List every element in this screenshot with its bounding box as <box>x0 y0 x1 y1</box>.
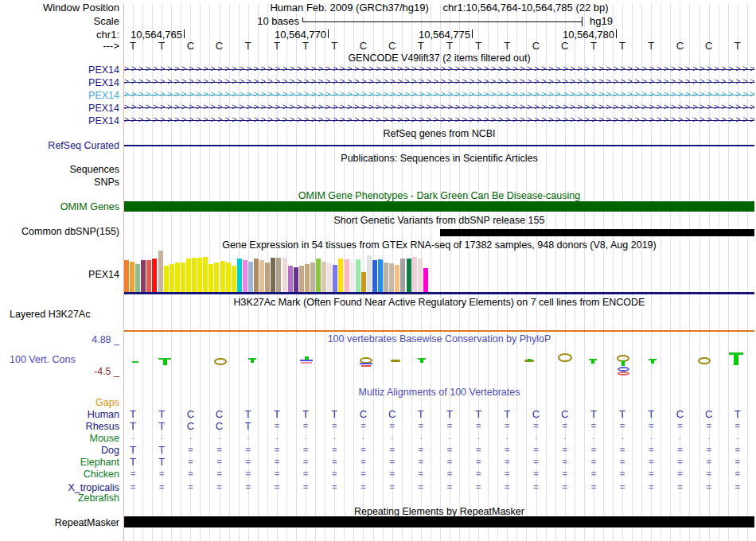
dbsnp-label[interactable]: Common dbSNP(155) <box>0 226 119 237</box>
gtex-tissue-bar[interactable] <box>407 259 411 292</box>
multiz-species-label[interactable]: Chicken <box>0 469 119 480</box>
gtex-tissue-bar[interactable] <box>208 264 213 292</box>
gtex-tissue-bar[interactable] <box>310 263 315 292</box>
gtex-tissue-bar[interactable] <box>135 264 140 292</box>
gtex-tissue-bar[interactable] <box>418 259 423 292</box>
multiz-gaps-label[interactable]: Gaps <box>0 397 119 408</box>
gtex-tissue-bar[interactable] <box>232 266 236 292</box>
gtex-tissue-bar[interactable] <box>192 258 197 292</box>
gtex-tissue-bar[interactable] <box>423 268 428 292</box>
gtex-tissue-bar[interactable] <box>327 263 332 292</box>
gtex-tissue-bar[interactable] <box>271 258 275 292</box>
gtex-tissue-bar[interactable] <box>197 258 202 292</box>
gtex-tissue-bar[interactable] <box>350 262 355 292</box>
gtex-tissue-bar[interactable] <box>372 260 377 292</box>
gtex-tissue-bar[interactable] <box>345 259 349 292</box>
glyph-part <box>420 359 423 363</box>
gtex-tissue-bar[interactable] <box>170 264 174 292</box>
multiz-base-cell: = <box>620 469 625 479</box>
gencode-gene-body[interactable]: >>>>>>>>>>>>>>>>>>>>>>>>>>>>>>>>>>>>>>>>… <box>124 115 754 125</box>
gtex-tissue-bar[interactable] <box>214 263 219 292</box>
gtex-tissue-bar[interactable] <box>305 264 310 292</box>
gtex-tissue-bar[interactable] <box>124 260 129 292</box>
gencode-gene-label[interactable]: PEX14 <box>0 115 119 126</box>
h3k27ac-label[interactable]: Layered H3K27Ac <box>10 309 90 320</box>
gtex-tissue-bar[interactable] <box>220 261 225 292</box>
gtex-tissue-bar[interactable] <box>338 259 343 292</box>
gtex-tissue-bar[interactable] <box>248 262 253 292</box>
multiz-species-label[interactable]: Mouse <box>0 433 119 444</box>
gtex-tissue-bar[interactable] <box>175 263 180 292</box>
gencode-gene-body[interactable]: >>>>>>>>>>>>>>>>>>>>>>>>>>>>>>>>>>>>>>>>… <box>124 103 754 112</box>
multiz-base-cell: T <box>446 409 453 419</box>
gtex-tissue-bar[interactable] <box>158 251 163 292</box>
gtex-tissue-bar[interactable] <box>265 263 270 292</box>
gencode-gene-label[interactable]: PEX14 <box>0 64 119 76</box>
gencode-gene-body[interactable]: >>>>>>>>>>>>>>>>>>>>>>>>>>>>>>>>>>>>>>>>… <box>124 64 754 74</box>
gtex-tissue-bar[interactable] <box>203 257 208 292</box>
repeatmasker-label[interactable]: RepeatMasker <box>0 517 119 528</box>
gtex-tissue-bar[interactable] <box>243 260 247 292</box>
gtex-tissue-bar[interactable] <box>400 259 405 292</box>
glyph-part <box>698 357 711 364</box>
gtex-tissue-bar[interactable] <box>237 259 242 292</box>
gtex-tissue-bar[interactable] <box>395 265 399 292</box>
gtex-tissue-bar[interactable] <box>333 265 337 292</box>
gtex-tissue-bar[interactable] <box>141 260 146 292</box>
phylop-label[interactable]: 100 Vert. Cons <box>10 354 76 365</box>
snps-label[interactable]: SNPs <box>0 177 119 188</box>
multiz-species-label[interactable]: Zebrafish <box>0 492 119 504</box>
glyph-part <box>651 360 654 364</box>
multiz-species-label[interactable]: Dog <box>0 445 119 456</box>
gtex-tissue-bar[interactable] <box>378 259 383 292</box>
repeatmasker-bar[interactable] <box>124 516 754 527</box>
gtex-gene-label[interactable]: PEX14 <box>0 269 119 280</box>
gencode-gene-body[interactable]: >>>>>>>>>>>>>>>>>>>>>>>>>>>>>>>>>>>>>>>>… <box>124 77 754 87</box>
gtex-tissue-bar[interactable] <box>152 259 157 292</box>
multiz-base-cell: C <box>561 409 568 419</box>
gtex-tissue-bar[interactable] <box>226 263 231 292</box>
multiz-base-cell: = <box>533 457 538 467</box>
gtex-tissue-bar[interactable] <box>384 263 388 292</box>
multiz-species-label[interactable]: Rhesus <box>0 421 119 432</box>
multiz-base-cell: = <box>677 482 682 492</box>
gtex-tissue-bar[interactable] <box>181 263 185 292</box>
gtex-tissue-bar[interactable] <box>356 259 360 292</box>
multiz-base-cell: = <box>505 445 509 455</box>
sequences-label[interactable]: Sequences <box>0 164 119 175</box>
multiz-species-label[interactable]: Elephant <box>0 457 119 468</box>
gtex-tissue-bar[interactable] <box>276 258 281 292</box>
multiz-base-cell: = <box>591 421 596 431</box>
gtex-tissue-bar[interactable] <box>186 259 191 292</box>
multiz-base-cell: - <box>563 433 567 443</box>
gtex-tissue-bar[interactable] <box>412 257 417 292</box>
multiz-species-label[interactable]: X_tropicalis <box>0 482 119 493</box>
gtex-tissue-bar[interactable] <box>130 262 134 292</box>
refseq-curated-label[interactable]: RefSeq Curated <box>0 140 119 151</box>
gtex-tissue-bar[interactable] <box>294 267 298 292</box>
omim-genes-label[interactable]: OMIM Genes <box>0 201 119 212</box>
gencode-gene-label[interactable]: PEX14 <box>0 77 119 88</box>
gtex-tissue-bar[interactable] <box>316 259 321 292</box>
gtex-tissue-bar[interactable] <box>367 255 372 292</box>
multiz-base-cell: T <box>504 409 510 419</box>
gencode-gene-body[interactable]: >>>>>>>>>>>>>>>>>>>>>>>>>>>>>>>>>>>>>>>>… <box>124 90 754 99</box>
gtex-tissue-bar[interactable] <box>321 262 326 292</box>
gencode-gene-label[interactable]: PEX14 <box>0 90 119 101</box>
gtex-tissue-bar[interactable] <box>288 266 293 292</box>
gtex-tissue-bar[interactable] <box>283 258 287 292</box>
gtex-tissue-bar[interactable] <box>361 272 366 292</box>
h3k27ac-baseline <box>124 330 754 332</box>
gtex-tissue-bar[interactable] <box>164 266 169 292</box>
multiz-species-label[interactable]: Human <box>0 409 119 420</box>
omim-gene-bar[interactable] <box>124 201 754 212</box>
gtex-tissue-bar[interactable] <box>259 260 264 292</box>
dbsnp-variant-bar[interactable] <box>440 229 754 236</box>
gtex-tissue-bar[interactable] <box>254 259 259 292</box>
gtex-tissue-bar[interactable] <box>146 260 151 292</box>
gtex-tissue-bar[interactable] <box>299 266 304 292</box>
base-letter: C <box>187 40 194 52</box>
refseq-gene-bar[interactable] <box>124 145 754 146</box>
gtex-tissue-bar[interactable] <box>389 263 394 292</box>
gencode-gene-label[interactable]: PEX14 <box>0 103 119 114</box>
